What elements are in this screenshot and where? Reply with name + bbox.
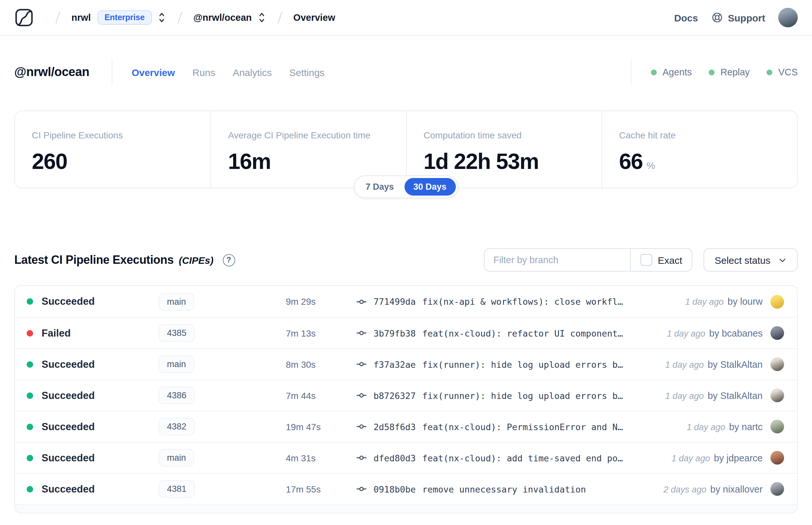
status-label: Succeeded bbox=[42, 421, 158, 432]
status-dot-icon bbox=[27, 486, 33, 492]
branch-badge[interactable]: main bbox=[158, 293, 195, 310]
git-commit-icon bbox=[356, 390, 367, 401]
status-dot-icon bbox=[767, 69, 772, 75]
docs-label: Docs bbox=[674, 12, 698, 23]
chevron-down-icon bbox=[778, 256, 787, 264]
duration-label: 7m 13s bbox=[286, 328, 356, 338]
tab-settings[interactable]: Settings bbox=[289, 66, 324, 78]
commit-message: feat(nx-cloud): refactor UI component… bbox=[422, 328, 623, 338]
branch-filter-group: Exact bbox=[484, 248, 692, 272]
commit-cell: b8726327 fix(runner): hide log upload er… bbox=[356, 390, 665, 401]
branch-column: main bbox=[158, 293, 286, 310]
breadcrumb-workspace[interactable]: @nrwl/ocean bbox=[193, 12, 252, 23]
commit-message: feat(nx-cloud): PermissionError and N… bbox=[422, 421, 623, 432]
commit-hash[interactable]: 3b79fb38 bbox=[373, 328, 416, 338]
cipe-rows: Succeeded main 9m 29s 771499da fix(nx-ap… bbox=[15, 286, 797, 504]
branch-column: 4386 bbox=[158, 387, 286, 404]
enterprise-badge: Enterprise bbox=[97, 10, 152, 25]
breadcrumb-org[interactable]: nrwl bbox=[72, 12, 91, 23]
service-vcs: VCS bbox=[767, 67, 798, 77]
author-label: by jdpearce bbox=[714, 452, 763, 463]
exact-checkbox[interactable] bbox=[640, 254, 652, 266]
branch-badge[interactable]: main bbox=[158, 356, 195, 373]
time-ago: 1 day ago bbox=[685, 297, 724, 307]
table-row[interactable]: Succeeded 4382 19m 47s 2d58f6d3 feat(nx-… bbox=[15, 411, 797, 442]
git-commit-icon bbox=[356, 296, 367, 307]
branch-filter-input[interactable] bbox=[484, 249, 630, 271]
table-row[interactable]: Failed 4385 7m 13s 3b79fb38 feat(nx-clou… bbox=[15, 317, 797, 348]
author-label: by nartc bbox=[729, 421, 763, 432]
stat-value: 16m bbox=[228, 149, 389, 174]
stat-number: 66 bbox=[619, 149, 642, 174]
breadcrumb-page: Overview bbox=[293, 12, 335, 23]
status-dot-icon bbox=[27, 392, 33, 399]
author-label: by lourw bbox=[727, 296, 763, 307]
branch-badge[interactable]: 4386 bbox=[158, 387, 195, 404]
branch-badge[interactable]: 4382 bbox=[158, 418, 195, 435]
commit-hash[interactable]: dfed80d3 bbox=[373, 452, 416, 463]
tab-overview[interactable]: Overview bbox=[132, 66, 175, 78]
status-label: Succeeded bbox=[42, 483, 158, 495]
status-label: Failed bbox=[42, 327, 158, 339]
table-row[interactable]: Succeeded main 9m 29s 771499da fix(nx-ap… bbox=[15, 286, 797, 317]
stat-value: 260 bbox=[32, 149, 194, 174]
workspace-switcher-icon[interactable] bbox=[257, 11, 266, 24]
commit-cell: 0918b0be remove unnecessary invalidation bbox=[356, 483, 663, 494]
stat-value: 66% bbox=[619, 149, 780, 174]
commit-hash[interactable]: 2d58f6d3 bbox=[373, 421, 416, 432]
commit-message: remove unnecessary invalidation bbox=[422, 484, 586, 494]
status-label: Succeeded bbox=[42, 390, 158, 401]
top-navigation-bar: nrwl Enterprise @nrwl/ocean Overview Doc… bbox=[0, 0, 812, 36]
table-row[interactable]: Succeeded 4386 7m 44s b8726327 fix(runne… bbox=[15, 379, 797, 411]
status-dot-icon bbox=[27, 330, 33, 336]
nx-cloud-logo-icon[interactable] bbox=[14, 8, 34, 27]
tab-runs[interactable]: Runs bbox=[193, 66, 215, 78]
status-dot-icon bbox=[27, 454, 33, 461]
service-replay: Replay bbox=[709, 67, 750, 77]
table-row[interactable]: Succeeded main 4m 31s dfed80d3 feat(nx-c… bbox=[15, 442, 797, 473]
commit-hash[interactable]: 0918b0be bbox=[373, 484, 416, 494]
author-avatar bbox=[770, 326, 784, 340]
help-icon[interactable]: ? bbox=[223, 254, 235, 266]
docs-link[interactable]: Docs bbox=[674, 12, 698, 23]
commit-hash[interactable]: 771499da bbox=[373, 296, 416, 307]
status-select-label: Select status bbox=[715, 254, 770, 266]
org-switcher-icon[interactable] bbox=[157, 11, 166, 24]
range-option-7-days[interactable]: 7 Days bbox=[356, 178, 403, 196]
row-meta: 2 days ago by nixallover bbox=[663, 484, 763, 494]
author-avatar bbox=[770, 451, 784, 465]
duration-label: 7m 44s bbox=[286, 390, 356, 401]
row-meta: 1 day ago by jdpearce bbox=[671, 452, 763, 463]
divider bbox=[111, 59, 112, 85]
git-commit-icon bbox=[356, 421, 367, 432]
commit-message: fix(runner): hide log upload errors b… bbox=[422, 359, 623, 370]
next-row-sliver bbox=[15, 504, 797, 513]
range-option-30-days[interactable]: 30 Days bbox=[404, 178, 456, 196]
table-row[interactable]: Succeeded main 8m 30s f37a32ae fix(runne… bbox=[15, 348, 797, 379]
service-status-indicators: Agents Replay VCS bbox=[609, 59, 798, 85]
commit-message: feat(nx-cloud): add time-saved end po… bbox=[422, 452, 623, 463]
table-row[interactable]: Succeeded 4381 17m 55s 0918b0be remove u… bbox=[15, 473, 797, 504]
commit-hash[interactable]: b8726327 bbox=[373, 390, 416, 401]
commit-hash[interactable]: f37a32ae bbox=[373, 359, 416, 370]
exact-filter: Exact bbox=[630, 249, 692, 271]
commit-cell: dfed80d3 feat(nx-cloud): add time-saved … bbox=[356, 452, 671, 463]
tab-analytics[interactable]: Analytics bbox=[233, 66, 272, 78]
time-ago: 1 day ago bbox=[687, 422, 725, 432]
time-ago: 2 days ago bbox=[663, 484, 706, 494]
branch-badge[interactable]: main bbox=[158, 449, 195, 466]
status-select-dropdown[interactable]: Select status bbox=[704, 248, 798, 272]
divider bbox=[631, 59, 631, 85]
stat-number: 1d 22h 53m bbox=[424, 149, 538, 174]
commit-cell: 2d58f6d3 feat(nx-cloud): PermissionError… bbox=[356, 421, 687, 432]
row-meta: 1 day ago by lourw bbox=[685, 296, 763, 307]
support-link[interactable]: Support bbox=[711, 12, 765, 24]
branch-column: 4381 bbox=[158, 480, 286, 498]
user-avatar[interactable] bbox=[778, 8, 798, 27]
branch-badge[interactable]: 4381 bbox=[158, 480, 195, 498]
status-dot-icon bbox=[651, 69, 657, 75]
section-title-suffix: (CIPEs) bbox=[179, 254, 214, 266]
git-commit-icon bbox=[356, 452, 367, 463]
branch-badge[interactable]: 4385 bbox=[158, 324, 195, 342]
stat-number: 260 bbox=[32, 149, 67, 174]
